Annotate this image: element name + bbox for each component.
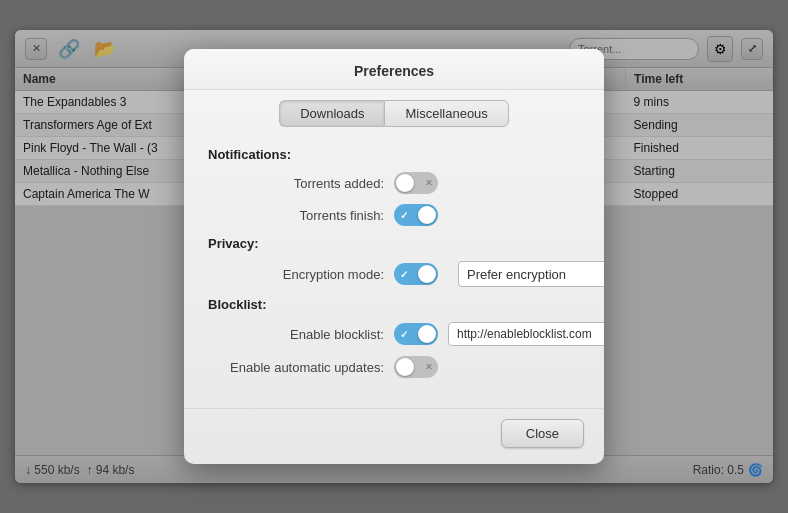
toggle-knob [396,174,414,192]
toggle-off-icon: ✕ [425,178,433,188]
encryption-mode-label: Encryption mode: [224,267,384,282]
blocklist-url-input[interactable] [448,322,604,346]
encryption-dropdown-wrapper: Prefer encryption Require encryption Dis… [448,261,604,287]
encryption-dropdown[interactable]: Prefer encryption Require encryption Dis… [458,261,604,287]
preferences-dialog: Preferences Downloads Miscellaneous Noti… [184,49,604,464]
auto-update-toggle[interactable]: ✕ [394,356,438,378]
notifications-header: Notifications: [208,147,580,162]
torrents-finish-label: Torrents finish: [224,208,384,223]
auto-update-toggle-knob [396,358,414,376]
dialog-tabs: Downloads Miscellaneous [184,90,604,127]
torrents-finish-row: Torrents finish: ✓ [208,204,580,226]
torrents-finish-toggle[interactable]: ✓ [394,204,438,226]
dialog-title: Preferences [184,49,604,90]
tab-downloads[interactable]: Downloads [279,100,384,127]
blocklist-toggle-knob [418,325,436,343]
torrents-added-toggle[interactable]: ✕ [394,172,438,194]
auto-update-row: Enable automatic updates: ✕ [208,356,580,378]
torrents-added-label: Torrents added: [224,176,384,191]
toggle-knob-on [418,206,436,224]
encryption-toggle-knob [418,265,436,283]
auto-update-label: Enable automatic updates: [224,360,384,375]
dialog-body: Notifications: Torrents added: ✕ Torrent… [184,127,604,404]
blocklist-toggle-icon: ✓ [400,329,408,340]
encryption-toggle-icon: ✓ [400,269,408,280]
enable-blocklist-row: Enable blocklist: ✓ [208,322,580,346]
torrents-added-row: Torrents added: ✕ [208,172,580,194]
encryption-mode-row: Encryption mode: ✓ Prefer encryption Req… [208,261,580,287]
toggle-on-icon: ✓ [400,210,408,221]
enable-blocklist-label: Enable blocklist: [224,327,384,342]
dialog-footer: Close [184,408,604,464]
close-button[interactable]: Close [501,419,584,448]
tab-miscellaneous[interactable]: Miscellaneous [384,100,508,127]
encryption-toggle[interactable]: ✓ [394,263,438,285]
auto-update-toggle-icon: ✕ [425,362,433,372]
privacy-header: Privacy: [208,236,580,251]
dialog-overlay: Preferences Downloads Miscellaneous Noti… [0,0,788,513]
enable-blocklist-toggle[interactable]: ✓ [394,323,438,345]
blocklist-header: Blocklist: [208,297,580,312]
